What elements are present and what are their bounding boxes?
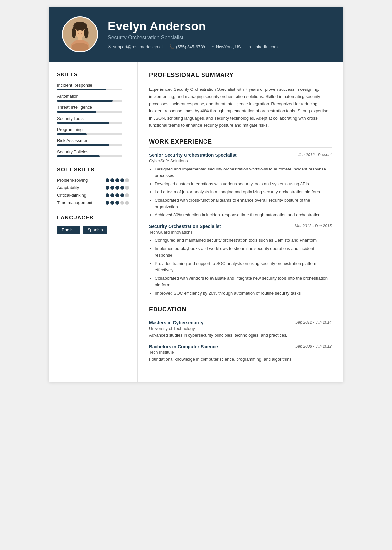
job-header: Security Orchestration Specialist Mar 20…	[149, 224, 332, 229]
job-company: CyberSafe Solutions	[149, 158, 332, 163]
summary-text: Experienced Security Orchestration Speci…	[149, 86, 332, 129]
job-company: TechGuard Innovations	[149, 230, 332, 235]
edu-description: Foundational knowledge in computer scien…	[149, 356, 332, 363]
soft-skill-name: Critical-thinking	[57, 193, 86, 198]
location-value: NewYork, US	[216, 44, 241, 49]
skill-dot	[120, 178, 124, 182]
skill-bar-bg	[57, 100, 122, 102]
job-title: Security Orchestration Specialist	[149, 224, 221, 229]
soft-skill-name: Time management	[57, 200, 92, 205]
svg-rect-6	[78, 35, 82, 40]
body-section: SKILLS Incident Response Automation Thre…	[49, 62, 343, 382]
edu-institution: Tech Institute	[149, 350, 332, 355]
job-header: Senior Security Orchestration Specialist…	[149, 153, 332, 158]
skill-dot	[120, 201, 124, 205]
skill-dot	[125, 193, 129, 197]
skill-item: Automation	[57, 94, 129, 102]
skill-dot	[125, 201, 129, 205]
skill-item: Security Policies	[57, 149, 129, 157]
edu-description: Advanced studies in cybersecurity princi…	[149, 332, 332, 339]
job-bullets: Configured and maintained security orche…	[149, 237, 332, 297]
skill-bar-bg	[57, 122, 122, 124]
soft-skill-name: Problem-solving	[57, 178, 88, 183]
languages-section: LANGUAGES EnglishSpanish	[57, 215, 129, 234]
skill-dot	[120, 193, 124, 197]
skills-heading: SKILLS	[57, 72, 129, 78]
svg-point-8	[81, 29, 83, 31]
candidate-name: Evelyn Anderson	[108, 20, 278, 33]
linkedin-contact: in LinkedIn.com	[248, 44, 278, 49]
skill-bar-fill	[57, 100, 113, 102]
linkedin-icon: in	[248, 44, 251, 49]
soft-skill-row: Time management	[57, 200, 129, 205]
soft-skills-section: SOFT SKILLS Problem-solving Adaptability…	[57, 167, 129, 205]
job-bullet: Improved SOC efficiency by 20% through a…	[155, 290, 332, 297]
skill-dots	[106, 201, 129, 205]
job-bullet: Developed custom integrations with vario…	[155, 181, 332, 187]
edu-header: Bachelors in Computer Science Sep 2008 -…	[149, 344, 332, 349]
skill-dot	[125, 178, 129, 182]
job-date: Mar 2013 - Dec 2015	[295, 224, 332, 228]
skill-name: Programming	[57, 127, 129, 132]
skill-dot	[106, 178, 109, 182]
job-bullet: Achieved 30% reduction in incident respo…	[155, 212, 332, 218]
email-value: support@resumedesign.ai	[113, 44, 163, 49]
edu-date: Sep 2008 - Jun 2012	[295, 344, 332, 348]
soft-skill-row: Adaptability	[57, 185, 129, 190]
svg-point-7	[77, 29, 79, 31]
skill-dot	[110, 201, 114, 205]
skill-bar-bg	[57, 89, 122, 90]
edu-degree: Masters in Cybersecurity	[149, 320, 204, 325]
skill-bar-bg	[57, 111, 122, 113]
skill-dots	[106, 178, 129, 182]
job-bullet: Collaborated with vendors to evaluate an…	[155, 275, 332, 289]
soft-skill-row: Problem-solving	[57, 178, 129, 183]
job-bullet: Configured and maintained security orche…	[155, 237, 332, 244]
soft-skill-name: Adaptability	[57, 185, 79, 190]
main-content: PROFESSIONAL SUMMARY Experienced Securit…	[137, 62, 343, 382]
skill-dot	[110, 193, 114, 197]
resume-container: Evelyn Anderson Security Orchestration S…	[49, 7, 343, 382]
skill-dots	[106, 186, 129, 190]
candidate-title: Security Orchestration Specialist	[108, 35, 278, 40]
job-bullet: Led a team of junior analysts in managin…	[155, 189, 332, 196]
job-entry: Senior Security Orchestration Specialist…	[149, 153, 332, 219]
skill-bar-bg	[57, 155, 122, 157]
skill-item: Threat Intelligence	[57, 105, 129, 113]
phone-value: (555) 345-6789	[176, 44, 205, 49]
skill-dot	[115, 178, 119, 182]
skill-name: Security Policies	[57, 149, 129, 154]
job-bullet: Implemented playbooks and workflows to s…	[155, 245, 332, 259]
edu-degree: Bachelors in Computer Science	[149, 344, 218, 349]
language-tags: EnglishSpanish	[57, 226, 129, 234]
education-heading: EDUCATION	[149, 306, 332, 315]
skills-list: Incident Response Automation Threat Inte…	[57, 83, 129, 157]
svg-point-3	[72, 27, 76, 38]
skill-bar-bg	[57, 144, 122, 146]
skill-name: Threat Intelligence	[57, 105, 129, 110]
location-contact: ⌂ NewYork, US	[212, 44, 241, 49]
skill-name: Automation	[57, 94, 129, 99]
skill-dot	[115, 186, 119, 190]
skill-dot	[110, 178, 114, 182]
skill-bar-fill	[57, 89, 106, 90]
soft-skills-list: Problem-solving Adaptability Critical-th…	[57, 178, 129, 205]
skill-dot	[106, 193, 109, 197]
edu-institution: University of Technology	[149, 326, 332, 331]
skill-name: Incident Response	[57, 83, 129, 88]
soft-skills-heading: SOFT SKILLS	[57, 167, 129, 173]
soft-skill-row: Critical-thinking	[57, 193, 129, 198]
skill-dot	[110, 186, 114, 190]
email-icon: ✉	[108, 44, 111, 49]
skill-dot	[125, 186, 129, 190]
education-list: Masters in Cybersecurity Sep 2012 - Jun …	[149, 320, 332, 363]
header-section: Evelyn Anderson Security Orchestration S…	[49, 7, 343, 62]
phone-icon: 📞	[169, 44, 174, 49]
summary-heading: PROFESSIONAL SUMMARY	[149, 72, 332, 81]
skill-dot	[106, 201, 109, 205]
work-heading: WORK EXPERIENCE	[149, 138, 332, 148]
contact-row: ✉ support@resumedesign.ai 📞 (555) 345-67…	[108, 44, 278, 49]
job-bullet: Collaborated with cross-functional teams…	[155, 197, 332, 211]
skill-item: Incident Response	[57, 83, 129, 90]
sidebar: SKILLS Incident Response Automation Thre…	[49, 62, 137, 382]
